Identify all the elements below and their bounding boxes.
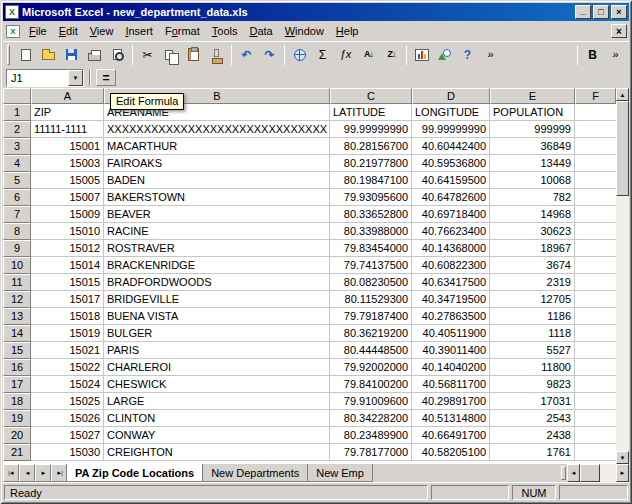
cell-a16[interactable]: 15022 (31, 359, 104, 376)
vertical-scrollbar[interactable]: ▲ ▼ (616, 88, 629, 464)
cell-d1[interactable]: LONGITUDE (412, 104, 490, 121)
column-header-a[interactable]: A (31, 88, 104, 104)
cell-b16[interactable]: CHARLEROI (104, 359, 330, 376)
cell-e12[interactable]: 12705 (490, 291, 575, 308)
cell-c21[interactable]: 79.78177000 (330, 444, 412, 461)
vertical-scroll-thumb[interactable] (616, 101, 629, 196)
cell-a21[interactable]: 15030 (31, 444, 104, 461)
row-header-18[interactable]: 18 (3, 393, 31, 410)
column-header-c[interactable]: C (330, 88, 412, 104)
cell-a2[interactable]: 11111-1111 (31, 121, 104, 138)
cell-d6[interactable]: 40.64782600 (412, 189, 490, 206)
cell-c6[interactable]: 79.93095600 (330, 189, 412, 206)
row-header-8[interactable]: 8 (3, 223, 31, 240)
row-header-19[interactable]: 19 (3, 410, 31, 427)
cell-d17[interactable]: 40.56811700 (412, 376, 490, 393)
cell-e10[interactable]: 3674 (490, 257, 575, 274)
cell-c13[interactable]: 79.79187400 (330, 308, 412, 325)
cell-b11[interactable]: BRADFORDWOODS (104, 274, 330, 291)
paste-button[interactable] (182, 45, 205, 65)
cell-e7[interactable]: 14968 (490, 206, 575, 223)
edit-formula-button[interactable]: = (96, 69, 116, 86)
cell-d21[interactable]: 40.58205100 (412, 444, 490, 461)
cell-c9[interactable]: 79.83454000 (330, 240, 412, 257)
minimize-button[interactable]: _ (575, 5, 591, 19)
column-header-d[interactable]: D (412, 88, 490, 104)
cell-f1[interactable] (575, 104, 616, 121)
cell-a15[interactable]: 15021 (31, 342, 104, 359)
cell-a14[interactable]: 15019 (31, 325, 104, 342)
cell-f9[interactable] (575, 240, 616, 257)
row-header-14[interactable]: 14 (3, 325, 31, 342)
row-header-16[interactable]: 16 (3, 359, 31, 376)
menu-edit[interactable]: Edit (53, 23, 84, 39)
cell-f2[interactable] (575, 121, 616, 138)
vertical-scroll-track[interactable] (616, 196, 629, 451)
cell-e15[interactable]: 5527 (490, 342, 575, 359)
cell-a5[interactable]: 15005 (31, 172, 104, 189)
cell-b6[interactable]: BAKERSTOWN (104, 189, 330, 206)
cell-d16[interactable]: 40.14040200 (412, 359, 490, 376)
cell-d18[interactable]: 40.29891700 (412, 393, 490, 410)
insert-hyperlink-button[interactable] (288, 45, 311, 65)
close-button[interactable]: × (611, 5, 627, 19)
print-preview-button[interactable] (106, 45, 129, 65)
cell-a6[interactable]: 15007 (31, 189, 104, 206)
cell-a11[interactable]: 15015 (31, 274, 104, 291)
tab-split-handle[interactable] (561, 466, 566, 480)
cell-e17[interactable]: 9823 (490, 376, 575, 393)
cell-e11[interactable]: 2319 (490, 274, 575, 291)
cell-c11[interactable]: 80.08230500 (330, 274, 412, 291)
cell-e16[interactable]: 11800 (490, 359, 575, 376)
tab-scroll-previous-button[interactable]: ◄ (19, 464, 35, 482)
cell-a13[interactable]: 15018 (31, 308, 104, 325)
cell-d15[interactable]: 40.39011400 (412, 342, 490, 359)
tab-scroll-last-button[interactable]: ►| (51, 464, 67, 482)
cell-a4[interactable]: 15003 (31, 155, 104, 172)
name-box-dropdown[interactable]: ▼ (68, 70, 83, 86)
cell-d3[interactable]: 40.60442400 (412, 138, 490, 155)
cell-b20[interactable]: CONWAY (104, 427, 330, 444)
sheet-tab-new-emp[interactable]: New Emp (307, 464, 373, 482)
tab-scroll-first-button[interactable]: |◄ (3, 464, 19, 482)
cell-a20[interactable]: 15027 (31, 427, 104, 444)
tab-scroll-next-button[interactable]: ► (35, 464, 51, 482)
cell-f4[interactable] (575, 155, 616, 172)
cell-e21[interactable]: 1761 (490, 444, 575, 461)
sheet-tab-pa-zip-code-locations[interactable]: PA Zip Code Locations (66, 464, 203, 482)
row-header-21[interactable]: 21 (3, 444, 31, 461)
cell-e4[interactable]: 13449 (490, 155, 575, 172)
drawing-button[interactable] (433, 45, 456, 65)
cell-e20[interactable]: 2438 (490, 427, 575, 444)
name-box[interactable]: J1 ▼ (6, 69, 84, 87)
copy-button[interactable] (159, 45, 182, 65)
cell-e6[interactable]: 782 (490, 189, 575, 206)
cell-b10[interactable]: BRACKENRIDGE (104, 257, 330, 274)
cell-d2[interactable]: 99.99999990 (412, 121, 490, 138)
cell-e19[interactable]: 2543 (490, 410, 575, 427)
cell-f19[interactable] (575, 410, 616, 427)
cell-d19[interactable]: 40.51314800 (412, 410, 490, 427)
undo-button[interactable]: ↶ (235, 45, 258, 65)
cell-d11[interactable]: 40.63417500 (412, 274, 490, 291)
row-header-11[interactable]: 11 (3, 274, 31, 291)
cell-b5[interactable]: BADEN (104, 172, 330, 189)
cell-f8[interactable] (575, 223, 616, 240)
cell-e5[interactable]: 10068 (490, 172, 575, 189)
row-header-15[interactable]: 15 (3, 342, 31, 359)
cell-e13[interactable]: 1186 (490, 308, 575, 325)
cell-e14[interactable]: 1118 (490, 325, 575, 342)
cell-b3[interactable]: MACARTHUR (104, 138, 330, 155)
row-header-20[interactable]: 20 (3, 427, 31, 444)
row-header-12[interactable]: 12 (3, 291, 31, 308)
cell-f18[interactable] (575, 393, 616, 410)
cell-e2[interactable]: 999999 (490, 121, 575, 138)
cell-f14[interactable] (575, 325, 616, 342)
cell-c2[interactable]: 99.99999990 (330, 121, 412, 138)
cell-c20[interactable]: 80.23489900 (330, 427, 412, 444)
workbook-icon[interactable]: X (6, 25, 20, 38)
sort-ascending-button[interactable]: A↓ (357, 45, 380, 65)
cell-a10[interactable]: 15014 (31, 257, 104, 274)
redo-button[interactable]: ↷ (258, 45, 281, 65)
cell-c12[interactable]: 80.11529300 (330, 291, 412, 308)
